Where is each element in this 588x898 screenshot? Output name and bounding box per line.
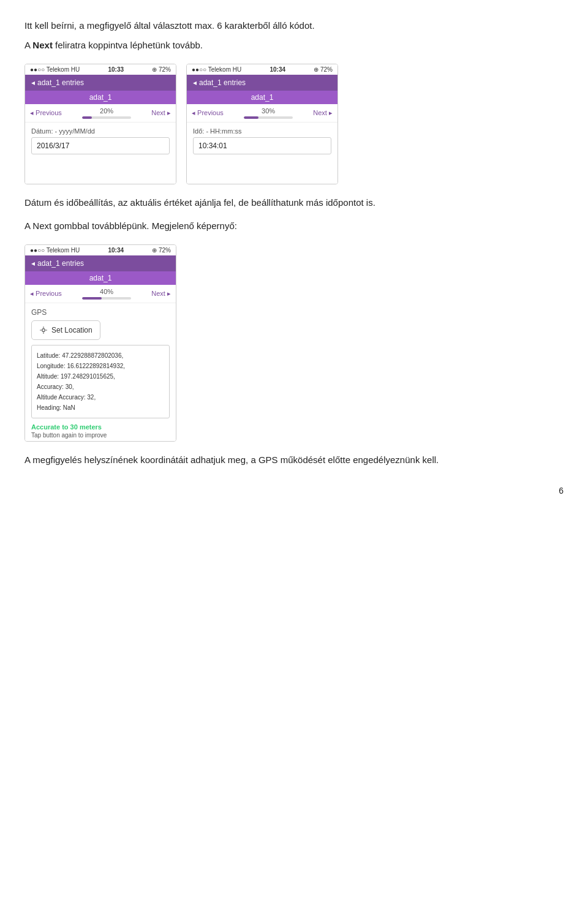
field-value-time: 10:34:01 — [193, 137, 331, 154]
time-1: 10:33 — [108, 66, 124, 73]
back-arrow-2: ◂ — [193, 78, 197, 87]
location-icon — [39, 326, 48, 334]
next-btn-1[interactable]: Next ▸ — [151, 109, 171, 117]
gps-coords-box: Latitude: 47.229288872802036, Longitude:… — [31, 345, 170, 418]
nav-title-1: adat_1 entries — [37, 78, 84, 87]
progress-pct-3: 40% — [100, 288, 113, 295]
progress-track-1 — [82, 116, 131, 119]
back-arrow-3: ◂ — [31, 259, 35, 268]
screenshot-time: ●●○○ Telekom HU 10:34 ⊕ 72% ◂ adat_1 ent… — [186, 64, 338, 184]
gps-label: GPS — [31, 308, 170, 317]
field-section-1: Dátum: - yyyy/MM/dd 2016/3/17 — [25, 123, 176, 157]
screenshot-body-2: Idő: - HH:mm:ss 10:34:01 — [187, 123, 337, 184]
set-location-label: Set Location — [51, 326, 92, 334]
field-label-time: Idő: - HH:mm:ss — [193, 127, 331, 135]
carrier-2: ●●○○ Telekom HU — [192, 66, 241, 73]
intro-line2: A Next feliratra koppintva léphetünk tov… — [24, 38, 564, 53]
progress-track-3 — [82, 297, 131, 300]
set-location-button[interactable]: Set Location — [31, 320, 100, 340]
icons-2: ⊕ 72% — [314, 66, 333, 73]
intro-line1: Itt kell beírni, a megfigyelő által vála… — [24, 18, 564, 33]
progress-center-2: 30% — [244, 107, 293, 119]
time-2: 10:34 — [270, 66, 285, 73]
field-section-2: Idő: - HH:mm:ss 10:34:01 — [187, 123, 337, 157]
progress-fill-3 — [82, 297, 102, 300]
screenshot-gps: ●●○○ Telekom HU 10:34 ⊕ 72% ◂ adat_1 ent… — [24, 244, 176, 442]
screenshots-row-2: ●●○○ Telekom HU 10:34 ⊕ 72% ◂ adat_1 ent… — [24, 244, 564, 442]
progress-row-2: ◂ Previous 30% Next ▸ — [187, 104, 337, 123]
progress-row-1: ◂ Previous 20% Next ▸ — [25, 104, 176, 123]
back-arrow-1: ◂ — [31, 78, 35, 87]
accurate-text: Accurate to 30 meters — [31, 423, 170, 431]
screenshot-date: ●●○○ Telekom HU 10:33 ⊕ 72% ◂ adat_1 ent… — [24, 64, 176, 184]
status-bar-2: ●●○○ Telekom HU 10:34 ⊕ 72% — [187, 64, 337, 75]
nav-title-3: adat_1 entries — [37, 259, 84, 268]
screenshot-body-1: Dátum: - yyyy/MM/dd 2016/3/17 — [25, 123, 176, 184]
progress-fill-2 — [244, 116, 258, 119]
progress-center-3: 40% — [82, 288, 131, 300]
nav-header-3: ◂ adat_1 entries — [25, 255, 176, 271]
field-value-date: 2016/3/17 — [31, 137, 170, 154]
nav-header-2: ◂ adat_1 entries — [187, 75, 337, 91]
nav-header-1: ◂ adat_1 entries — [25, 75, 176, 91]
progress-fill-1 — [82, 116, 92, 119]
mid-text-2: A Next gombbal továbblépünk. Megjelenő k… — [24, 219, 564, 233]
bottom-text: A megfigyelés helyszínének koordinátáit … — [24, 453, 564, 467]
icons-3: ⊕ 72% — [152, 247, 171, 254]
status-bar-3: ●●○○ Telekom HU 10:34 ⊕ 72% — [25, 245, 176, 255]
tab-bar-3: adat_1 — [25, 271, 176, 285]
prev-btn-1[interactable]: ◂ Previous — [30, 109, 62, 117]
field-label-date: Dátum: - yyyy/MM/dd — [31, 127, 170, 135]
prev-btn-2[interactable]: ◂ Previous — [192, 109, 224, 117]
screenshots-row-1: ●●○○ Telekom HU 10:33 ⊕ 72% ◂ adat_1 ent… — [24, 64, 564, 184]
prev-btn-3[interactable]: ◂ Previous — [30, 290, 62, 298]
nav-title-2: adat_1 entries — [199, 78, 246, 87]
screenshot-body-3: GPS Set Location Latitude: 47.2292888728… — [25, 303, 176, 441]
tab-bar-1: adat_1 — [25, 91, 176, 104]
carrier-3: ●●○○ Telekom HU — [30, 247, 80, 254]
icons-1: ⊕ 72% — [152, 66, 171, 73]
next-btn-2[interactable]: Next ▸ — [313, 109, 333, 117]
gps-section: GPS Set Location Latitude: 47.2292888728… — [25, 303, 176, 441]
progress-center-1: 20% — [82, 107, 131, 119]
progress-pct-2: 30% — [262, 107, 275, 115]
mid-text: Dátum és időbeállítás, az aktuális érték… — [24, 195, 564, 210]
page-number: 6 — [24, 486, 564, 496]
carrier-1: ●●○○ Telekom HU — [30, 66, 80, 73]
tap-again-text: Tap button again to improve — [31, 432, 170, 439]
status-bar-1: ●●○○ Telekom HU 10:33 ⊕ 72% — [25, 64, 176, 75]
time-3: 10:34 — [108, 247, 124, 254]
tab-bar-2: adat_1 — [187, 91, 337, 104]
next-btn-3[interactable]: Next ▸ — [151, 290, 171, 298]
svg-point-0 — [42, 329, 45, 332]
progress-row-3: ◂ Previous 40% Next ▸ — [25, 285, 176, 303]
progress-track-2 — [244, 116, 293, 119]
progress-pct-1: 20% — [100, 107, 113, 115]
